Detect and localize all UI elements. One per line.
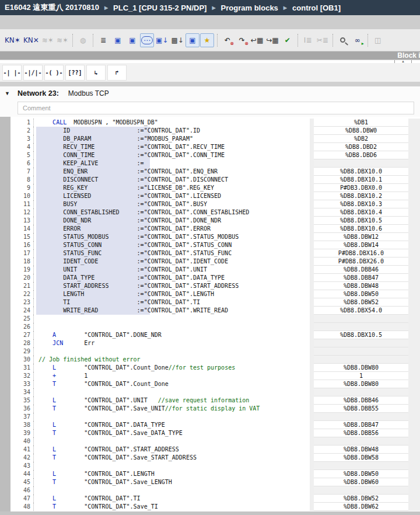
code-text[interactable]: L "CONTROL_DAT".START_ADDRESS xyxy=(34,446,310,454)
code-text[interactable]: CONN_TIME :="CONTROL_DAT".CONN_TIME xyxy=(34,151,310,159)
close-branch-button[interactable]: ↱ xyxy=(107,65,127,81)
code-text[interactable]: T "CONTROL_DAT".Save_UNIT//for static di… xyxy=(34,405,310,413)
code-text[interactable]: CALL MODBUSPN , "MODBUSPN_DB" xyxy=(34,119,310,127)
breadcrumb-item[interactable]: Program blocks xyxy=(221,4,278,12)
code-text[interactable]: BUSY :="CONTROL_DAT".BUSY xyxy=(34,200,310,208)
breadcrumb-item[interactable]: E16042 遠東重八 20170810 xyxy=(5,2,99,13)
code-text[interactable]: L "CONTROL_DAT".DATA_TYPE xyxy=(34,421,310,429)
coil-button[interactable]: -( )- xyxy=(44,65,64,81)
code-text[interactable]: IDENT_CODE :="CONTROL_DAT".IDENT_CODE xyxy=(34,258,310,266)
right-margin xyxy=(408,380,420,388)
network-comment-input[interactable]: Comment xyxy=(18,102,414,114)
network-comment-toggle-icon[interactable]: ▣ xyxy=(125,33,139,47)
column-gap xyxy=(310,274,314,282)
code-text[interactable]: + 1 xyxy=(34,372,310,380)
code-text[interactable]: CONN_ESTABLISHED :="CONTROL_DAT".CONN_ES… xyxy=(34,208,310,217)
code-text[interactable]: L "CONTROL_DAT".Count_Done//for test pur… xyxy=(34,364,310,372)
code-text[interactable] xyxy=(34,315,310,323)
code-text[interactable]: TI :="CONTROL_DAT".TI xyxy=(34,298,310,307)
code-line: 17 STATUS_FUNC :="CONTROL_DAT".STATUS_FU… xyxy=(10,249,420,258)
open-branch-button[interactable]: ↳ xyxy=(86,65,106,81)
code-text[interactable]: ENQ_ENR :="CONTROL_DAT".ENQ_ENR xyxy=(34,168,310,176)
code-text[interactable]: START_ADDRESS :="CONTROL_DAT".START_ADDR… xyxy=(34,282,310,290)
compile-icon[interactable]: ✔ xyxy=(281,33,295,47)
code-text[interactable] xyxy=(34,323,310,331)
code-text[interactable]: L "CONTROL_DAT".UNIT //save request info… xyxy=(34,396,310,405)
monitoring-icon[interactable]: ∞▸ xyxy=(351,33,365,47)
code-text[interactable]: L "CONTROL_DAT".TI xyxy=(34,495,310,503)
code-text[interactable]: STATUS_FUNC :="CONTROL_DAT".STATUS_FUNC xyxy=(34,249,310,258)
clear-jump-label-icon[interactable]: ✂≣ xyxy=(316,33,330,47)
code-text[interactable]: LENGTH :="CONTROL_DAT".LENGTH xyxy=(34,290,310,298)
code-text[interactable] xyxy=(34,486,310,495)
column-gap xyxy=(310,192,314,200)
nc-contact-button[interactable]: -|/|- xyxy=(23,65,43,81)
code-text[interactable]: T "CONTROL_DAT".Save_DATA_TYPE xyxy=(34,429,310,437)
stl-keyword: L xyxy=(52,364,84,371)
code-text[interactable]: KEEP_ALIVE := xyxy=(34,159,310,168)
code-text[interactable]: WRITE_READ :="CONTROL_DAT".WRITE_READ xyxy=(34,307,310,315)
code-text[interactable]: UNIT :="CONTROL_DAT".UNIT xyxy=(34,266,310,274)
code-text[interactable]: JCN Err xyxy=(34,339,310,347)
no-contact-button[interactable]: -| |- xyxy=(2,65,22,81)
redo-icon[interactable]: ↷⊗ xyxy=(235,33,249,47)
code-text[interactable]: STATUS_MODBUS :="CONTROL_DAT".STATUS_MOD… xyxy=(34,233,310,241)
code-text[interactable] xyxy=(34,413,310,421)
code-text[interactable]: RECV_TIME :="CONTROL_DAT".RECV_TIME xyxy=(34,143,310,151)
code-text[interactable]: ERROR :="CONTROL_DAT".ERROR xyxy=(34,225,310,233)
breadcrumb-item[interactable]: PLC_1 [CPU 315-2 PN/DP] xyxy=(113,4,206,12)
absolute-operands-icon[interactable]: ≣ xyxy=(96,33,110,47)
block-interface-pane-header[interactable]: Block in xyxy=(0,51,420,60)
find-replace-icon[interactable] xyxy=(336,33,350,47)
delete-network-icon[interactable]: KN✕ xyxy=(22,33,40,47)
code-text[interactable]: DISCONNECT :="CONTROL_DAT".DISCONNECT xyxy=(34,176,310,184)
code-text[interactable] xyxy=(34,347,310,356)
network-number-label[interactable]: Network 23: xyxy=(18,89,59,98)
jump-label-icon[interactable]: I≣ xyxy=(301,33,315,47)
code-text[interactable] xyxy=(34,437,310,446)
copy-snapshot-icon[interactable]: ↪▦ xyxy=(265,33,279,47)
code-text[interactable] xyxy=(34,388,310,396)
toolbar-separator xyxy=(368,34,368,47)
code-text[interactable]: T "CONTROL_DAT".Save_TI xyxy=(34,503,310,511)
empty-box-button[interactable]: [??] xyxy=(65,65,85,81)
code-text[interactable] xyxy=(34,462,310,470)
code-text[interactable]: DATA_TYPE :="CONTROL_DAT".DATA_TYPE xyxy=(34,274,310,282)
code-text[interactable]: T "CONTROL_DAT".Save_START_ADDRESS xyxy=(34,454,310,462)
code-text[interactable]: T "CONTROL_DAT".Save_LENGTH xyxy=(34,478,310,486)
split-editor-icon[interactable]: ◫ xyxy=(371,33,385,47)
stl-text: CONN_ESTABLISHED :="CONTROL_DAT".CONN_ES… xyxy=(35,209,249,215)
network-title-toggle-icon[interactable]: ▣ xyxy=(111,33,125,47)
code-text[interactable]: REG_KEY :="LICENSE_DB".REG_KEY xyxy=(34,184,310,192)
monitoring-icon: ∞ xyxy=(355,36,360,44)
insert-network-icon[interactable]: KN✶ xyxy=(4,33,22,47)
breadcrumb-item[interactable]: control [OB1] xyxy=(292,4,341,12)
code-text[interactable]: STATUS_CONN :="CONTROL_DAT".STATUS_CONN xyxy=(34,241,310,249)
insert-favorites-icon[interactable]: ▣↓ xyxy=(155,33,169,47)
code-text[interactable]: A "CONTROL_DAT".DONE_NDR xyxy=(34,331,310,339)
download-favorites-icon[interactable]: ▩↓ xyxy=(170,33,184,47)
code-text[interactable]: LICENSED :="CONTROL_DAT".LICENSED xyxy=(34,192,310,200)
collapse-pane-handle[interactable]: ▲ xyxy=(394,60,412,63)
code-text[interactable]: ID :="CONTROL_DAT".ID xyxy=(34,127,310,135)
code-text[interactable]: L "CONTROL_DAT".LENGTH xyxy=(34,470,310,478)
freeform-comments-icon[interactable]: ⋯ xyxy=(140,33,154,47)
compile-icon: ✔ xyxy=(285,36,290,44)
operand-address: %DB8.DBD2 xyxy=(314,143,408,151)
update-block-calls-icon[interactable]: ◍ xyxy=(76,33,90,47)
code-line: 10 LICENSED :="CONTROL_DAT".LICENSED%DB8… xyxy=(10,192,420,200)
load-start-values-icon[interactable]: ↩▦ xyxy=(250,33,264,47)
stl-keyword: JCN xyxy=(52,340,84,346)
code-text[interactable]: // Job finished without error xyxy=(34,356,310,364)
code-text[interactable]: T "CONTROL_DAT".Count_Done xyxy=(34,380,310,388)
manage-favorites-icon[interactable]: ★ xyxy=(200,33,214,47)
network-title[interactable]: Modbus TCP xyxy=(68,89,109,98)
code-text[interactable]: DB_PARAM :="MODBUS_PARAM" xyxy=(34,135,310,143)
right-margin xyxy=(408,470,420,478)
insert-row-below-icon[interactable]: ≋✶ xyxy=(55,33,69,47)
insert-row-icon[interactable]: ≋✶ xyxy=(41,33,55,47)
show-favorites-icon[interactable]: ▣ xyxy=(186,33,200,47)
undo-icon[interactable]: ↶⊗ xyxy=(220,33,235,47)
code-text[interactable]: DONE_NDR :="CONTROL_DAT".DONE_NDR xyxy=(34,217,310,225)
network-collapse-icon[interactable]: ▼ xyxy=(5,91,18,96)
